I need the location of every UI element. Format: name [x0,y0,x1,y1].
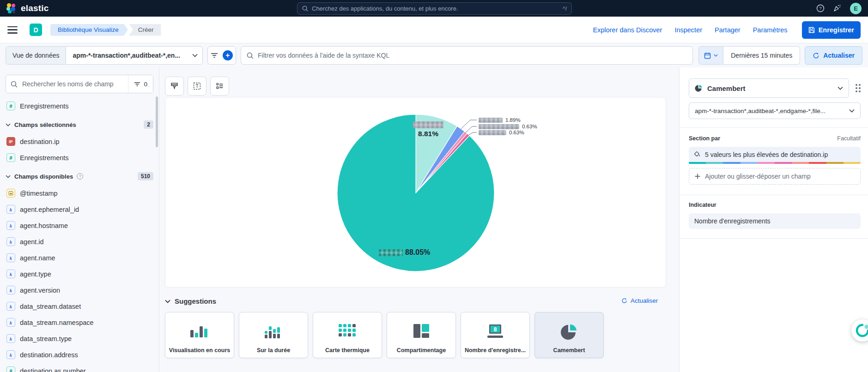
field-item-agent.name[interactable]: kagent.name [6,250,153,266]
help-icon[interactable]: ? [816,4,825,12]
suggestion-treemap[interactable]: Compartimentage [387,312,456,358]
chevron-down-icon [165,300,170,303]
field-section-Champs sélectionnés[interactable]: Champs sélectionnés2 [6,116,153,133]
suggestion-pie[interactable]: Camembert [534,312,604,358]
layer-actions-icon[interactable] [856,84,861,92]
dataview-picker-value: apm-*-transaction*,auditbeat-*,en... [73,52,180,59]
field-item-destination.as.number[interactable]: #destination.as.number [6,363,153,372]
ip-field-icon: IP [6,137,15,146]
chart-type-value: Camembert [707,84,833,92]
add-filter-button[interactable] [223,50,233,60]
workspace: T 8.81% [159,67,679,372]
search-icon [302,6,308,12]
keyword-field-icon: k [6,253,15,262]
add-field-drop-target[interactable]: Ajouter ou glisser-déposer un champ [689,168,861,185]
suggestion-heatmap[interactable]: Carte thermique [313,312,382,358]
field-item-destination.ip[interactable]: IPdestination.ip [6,133,153,150]
field-section-Champs disponibles[interactable]: Champs disponibles?510 [6,168,153,185]
field-type-filter-button[interactable]: 0 [128,75,153,93]
global-search-input[interactable] [312,5,559,12]
calendar-icon [704,52,711,59]
keyword-field-icon: k [6,350,15,359]
time-range-value: Dernières 15 minutes [731,52,792,59]
field-item-agent.type[interactable]: kagent.type [6,266,153,282]
search-shortcut-hint: ^/ [563,6,567,12]
suggestions-title: Suggestions [175,297,216,305]
refresh-button[interactable]: Actualiser [805,46,862,65]
suggestion-over-time[interactable]: Sur la durée [239,312,308,358]
svg-text:8: 8 [494,326,497,333]
explore-in-discover-link[interactable]: Explorer dans Discover [593,26,662,34]
field-item-agent.version[interactable]: kagent.version [6,282,153,298]
slice-by-label: Section par [689,135,720,142]
keyword-field-icon: k [6,221,15,230]
stacked-bar-chart-icon [264,324,283,340]
date-field-icon [6,189,15,198]
global-search[interactable]: ^/ [297,2,572,15]
field-item-data_stream.type[interactable]: kdata_stream.type [6,330,153,347]
keyword-field-icon: k [6,302,15,311]
field-item-agent.hostname[interactable]: kagent.hostname [6,217,153,234]
settings-link[interactable]: Paramètres [753,26,788,34]
sidebar-scrollbar[interactable] [156,96,158,147]
inspect-link[interactable]: Inspecter [674,26,702,34]
dimension-top-values-destination-ip[interactable]: 5 valeurs les plus élevées de destinatio… [689,147,861,162]
kql-query-input[interactable] [258,52,687,59]
field-item-agent.id[interactable]: kagent.id [6,234,153,250]
metric-count-of-records[interactable]: Nombre d'enregistrements [689,213,861,229]
number-field-icon: # [6,102,15,110]
field-item-data_stream.dataset[interactable]: kdata_stream.dataset [6,298,153,314]
pie-chart-icon [695,84,703,92]
refresh-button-label: Actualiser [823,52,855,59]
metric-group-label: Indicateur [689,202,716,208]
bar-chart-icon [189,324,210,340]
brand-text: elastic [21,3,49,13]
breadcrumb: Bibliothèque Visualize Créer [50,24,161,36]
chart-type-select[interactable]: Camembert [689,78,849,98]
menu-icon[interactable] [7,26,18,34]
suggestion-metric[interactable]: 8 Nombre d'enregistre... [461,312,530,358]
field-search-input[interactable] [20,80,128,88]
app-badge[interactable]: D [30,24,42,36]
elastic-logo-icon [6,3,17,13]
elastic-brand[interactable]: elastic [6,3,49,13]
date-picker-button[interactable] [698,46,723,65]
suggestion-current-visualization[interactable]: Visualisation en cours [165,312,234,358]
layer-dataview-select[interactable]: apm-*-transaction*,auditbeat-*,endgame-*… [689,102,861,119]
dimension-label: 5 valeurs les plus élevées de destinatio… [705,151,828,158]
appearance-toolbar-button[interactable] [165,77,184,96]
suggestions-refresh-link[interactable]: Actualiser [621,297,658,304]
paintbrush-icon [170,82,178,90]
field-filter-count: 0 [144,81,147,88]
field-item-Enregistrements[interactable]: #Enregistrements [6,98,153,114]
breadcrumb-visualize-library[interactable]: Bibliothèque Visualize [50,24,128,36]
user-avatar[interactable]: E [850,3,862,14]
metric-chip-label: Nombre d'enregistrements [694,217,771,225]
field-item-agent.ephemeral_id[interactable]: kagent.ephemeral_id [6,201,153,217]
save-button[interactable]: Enregistrer [802,21,861,39]
elastic-assistant-icon [856,324,868,337]
keyword-field-icon: k [6,237,15,246]
visualization-panel: 8.81% 88.05% 1.89% 0.63% 0.63% [165,97,666,288]
pie-label-slice-2: 8.81% [413,121,443,138]
pie-slice-4[interactable] [337,114,494,271]
metric-icon: 8 [486,324,505,340]
field-count-badge: 510 [138,172,153,180]
text-annotation-toolbar-button[interactable]: T [188,77,206,96]
help-icon: ? [77,173,83,180]
pie-callout-1: 1.89% [479,117,521,123]
filter-icon[interactable] [211,53,218,58]
dataview-picker[interactable]: Vue de données apm-*-transaction*,auditb… [6,46,203,65]
time-range-button[interactable]: Dernières 15 minutes [723,46,800,65]
redacted-ip-label [479,130,506,135]
field-item-destination.address[interactable]: kdestination.address [6,347,153,363]
newsfeed-icon[interactable] [833,4,842,12]
field-item-data_stream.namespace[interactable]: kdata_stream.namespace [6,314,153,330]
number-field-icon: # [6,153,15,162]
suggestions-toggle[interactable]: Suggestions [165,297,216,305]
legend-toolbar-button[interactable] [210,77,229,96]
share-link[interactable]: Partager [715,26,741,34]
field-item-Enregistrements[interactable]: #Enregistrements [6,150,153,166]
field-item-@timestamp[interactable]: @timestamp [6,185,153,201]
search-icon [11,81,18,88]
